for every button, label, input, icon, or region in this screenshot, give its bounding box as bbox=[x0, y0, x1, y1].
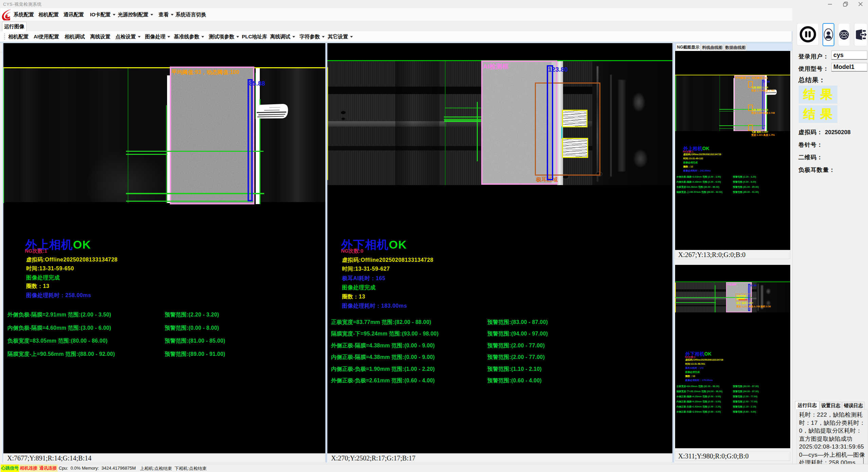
log-line: 0，缺陷提取分区耗时： bbox=[799, 427, 865, 435]
ng-tab[interactable]: 数据曲线图 bbox=[724, 44, 747, 51]
login-user-value: cys bbox=[833, 52, 844, 59]
ng-thumbnail-lower[interactable]: AI检测框 123.80 极耳 面积:0.857 宽度:1.221 高度:0.7… bbox=[675, 265, 790, 448]
menu-item[interactable]: 查看 bbox=[159, 12, 174, 18]
toolbar-item[interactable]: 离线设置 bbox=[90, 34, 110, 40]
log-tab[interactable]: 设置日志 bbox=[820, 402, 842, 409]
vcode-row: 虚拟码：20250208 bbox=[798, 128, 851, 136]
thumb2-warning: 预警范围:(83.00 - 87.00) bbox=[733, 385, 759, 388]
warning-range: 预警范围:(2.00 - 77.00) bbox=[487, 354, 545, 361]
log-output[interactable]: 耗时：222，缺陷检测耗时：17，缺陷分类耗时：0，缺陷提取分区耗时：直方图提取… bbox=[796, 409, 868, 472]
thumb2-measure: 内侧正极-隔膜=4.30mm 范围:(0.00 - 9.00) bbox=[676, 400, 721, 403]
user-icon bbox=[824, 28, 833, 41]
measurement-value: 外侧正极-隔膜=4.38mm 范围:(0.00 - 9.00) bbox=[331, 343, 435, 348]
thumb-info-line: 图像处理完成 bbox=[683, 161, 698, 164]
pause-button[interactable] bbox=[797, 23, 819, 46]
toolbar-item[interactable]: 字符参数 bbox=[300, 34, 325, 40]
minimize-button[interactable] bbox=[822, 0, 837, 8]
toolbar-item[interactable]: 测试项参数 bbox=[209, 34, 239, 40]
title-bar: CYS-视觉检测系统 bbox=[0, 0, 868, 8]
warning-range-value: 预警范围:(1.10 - 2.10) bbox=[487, 366, 542, 372]
menu-item[interactable]: 相机配置 bbox=[38, 12, 59, 18]
toolbar-item[interactable]: 图像处理 bbox=[145, 34, 170, 40]
pixel-coord-lower: X:270;Y:2502;R:17;G:17;B:17 bbox=[331, 454, 415, 462]
thumb-warning-value: 预警范围:(0.00 - 8.00) bbox=[733, 181, 756, 183]
thumb-measure: 负极宽度=83.26mm 范围:(80.00 - 86.00) bbox=[676, 185, 719, 189]
ng-tab[interactable]: NG截图显示 bbox=[676, 43, 701, 51]
log-tab[interactable]: 运行日志 bbox=[795, 401, 819, 409]
camera-view-lower[interactable]: AI检测框 极耳区域 123.80 外下相机OK NG次数:0虚拟码:Offli… bbox=[327, 43, 672, 453]
thumb-warning-value: 预警范围:(81.00 - 85.00) bbox=[733, 186, 759, 188]
log-tab-label: 设置日志 bbox=[821, 403, 840, 409]
toolbar-item[interactable]: 离线调试 bbox=[270, 34, 295, 40]
ng-tab-strip: NG截图显示料线曲线图数据曲线图 bbox=[674, 43, 792, 51]
toolbar-item[interactable]: AI使用配置 bbox=[34, 34, 59, 40]
menu-item-label: 相机配置 bbox=[38, 12, 59, 17]
tab-run-image-label: 运行图像 bbox=[4, 23, 24, 30]
green-line-overlay bbox=[720, 75, 720, 131]
thumb2-defect-size: 宽度:1.221 高度:0.748 面积:0.56 bbox=[736, 305, 771, 308]
green-line-overlay bbox=[126, 201, 253, 202]
warning-range: 预警范围:(2.00 - 77.00) bbox=[487, 342, 545, 349]
cpu-memory-value: Cpu: 0.0% Memory: 3424.41796875M bbox=[59, 466, 136, 471]
thumb2-defect-dims: 宽度:1.221 高度:0.748 面积:0.56 bbox=[736, 305, 771, 308]
model-field[interactable]: Model1 bbox=[831, 63, 867, 72]
restore-button[interactable] bbox=[838, 0, 853, 8]
thumb2-warning-value: 预警范围:(1.10 - 2.10) bbox=[733, 405, 756, 408]
toolbar-item[interactable]: 其它设置 bbox=[328, 34, 353, 40]
toolbar-dropdown-icon bbox=[350, 36, 353, 38]
menu-item[interactable]: 系统语言切换 bbox=[176, 12, 206, 18]
warning-range-value: 预警范围:(94.00 - 97.00) bbox=[487, 331, 548, 337]
log-tab[interactable]: 错误日志 bbox=[842, 402, 865, 409]
close-button[interactable] bbox=[853, 0, 868, 8]
view-tab-strip: 运行图像 bbox=[0, 21, 868, 31]
blob-streak-fill bbox=[563, 111, 586, 126]
scene-graphic bbox=[618, 80, 626, 171]
ng-tab[interactable]: 料线曲线图 bbox=[701, 44, 724, 51]
toolbar-item[interactable]: 基准线参数 bbox=[174, 34, 204, 40]
warning-range: 预警范围:(94.00 - 97.00) bbox=[487, 330, 548, 338]
thumb-warning: 预警范围:(2.20 - 3.20) bbox=[733, 175, 756, 179]
warning-range: 预警范围:(83.00 - 87.00) bbox=[487, 319, 548, 326]
defect-area: 飞翅 面积:1.397 bbox=[751, 131, 768, 133]
green-line-overlay bbox=[126, 151, 264, 152]
result-box-lower: 结 果 bbox=[799, 105, 837, 123]
heartbeat-label: 心跳信号 bbox=[1, 465, 19, 471]
menu-item[interactable]: IO卡配置 bbox=[90, 12, 115, 18]
measurement-line: 外侧负极-隔膜=2.91mm 范围:(2.00 - 3.50) bbox=[7, 311, 111, 319]
thumb2-measure-value: 内侧正极-负极=1.92mm 范围:(1.00 - 2.20) bbox=[676, 405, 721, 408]
panel-divider[interactable] bbox=[672, 43, 674, 462]
logout-button[interactable] bbox=[854, 23, 867, 46]
toolbar-item[interactable]: 相机调试 bbox=[65, 34, 85, 40]
thumb-measure: 外侧负极-隔膜=3.03mm 范围:(2.00 - 3.50) bbox=[676, 175, 721, 179]
negtab-label: 负极耳数量： bbox=[798, 166, 835, 174]
menu-item[interactable]: 通讯配置 bbox=[64, 12, 84, 18]
tab-run-image[interactable]: 运行图像 bbox=[2, 22, 26, 31]
thumb2-info-line: 圈数：13 bbox=[685, 375, 695, 378]
ng-thumbnail-upper[interactable]: 85.88 平均阈值:93, 动态阈值:101飞翅 面积:1.226宽度:1.7… bbox=[675, 51, 790, 250]
camera-view-upper[interactable]: 平均阈值:93，动态阈值:10085.88 外上相机OK NG次数:1虚拟码:O… bbox=[3, 43, 325, 453]
info-line: 圈数：13 bbox=[342, 293, 365, 301]
toolbar-item-label: PLC地址库 bbox=[242, 34, 267, 39]
warning-range: 预警范围:(1.10 - 2.10) bbox=[487, 366, 542, 373]
menu-item[interactable]: 光源控制配置 bbox=[118, 12, 153, 18]
menu-item[interactable]: 系统配置 bbox=[14, 12, 34, 18]
toolbar-grip-icon[interactable] bbox=[4, 34, 5, 40]
measurement-line: 内侧负极-隔膜=4.60mm 范围:(3.00 - 6.00) bbox=[7, 325, 111, 332]
toolbar-item[interactable]: 相机配置 bbox=[8, 34, 29, 40]
warning-range: 预警范围:(81.00 - 85.00) bbox=[165, 338, 225, 345]
measurement-value: 负极宽度=83.05mm 范围:(80.00 - 86.00) bbox=[7, 338, 108, 344]
thumb-measure: 内侧负极-隔膜=4.48mm 范围:(3.00 - 6.00) bbox=[676, 180, 721, 184]
thumb2-warning: 预警范围:(2.00 - 77.00) bbox=[733, 400, 757, 403]
pixel-coord-bar-lower: X:270;Y:2502;R:17;G:17;B:17 bbox=[327, 454, 672, 462]
log-line: 2025:02:08-13:31:59:65 bbox=[799, 443, 865, 451]
users-button[interactable] bbox=[838, 23, 850, 46]
thumb2-measure: 内侧正极-负极=1.92mm 范围:(1.00 - 2.20) bbox=[676, 405, 721, 409]
warning-range: 预警范围:(89.00 - 91.00) bbox=[165, 351, 225, 358]
login-user-field[interactable]: cys bbox=[831, 51, 867, 60]
toolbar-item[interactable]: PLC地址库 bbox=[242, 34, 267, 40]
vcode-label: 虚拟码： bbox=[798, 129, 823, 135]
thumb2-warning-value: 预警范围:(2.00 - 77.00) bbox=[733, 400, 757, 403]
current-user-button[interactable] bbox=[822, 23, 834, 46]
toolbar-item[interactable]: 点检设置 bbox=[115, 34, 141, 40]
thumb2-info-line: 虚拟码:Offline20250208133134728 bbox=[685, 358, 723, 362]
